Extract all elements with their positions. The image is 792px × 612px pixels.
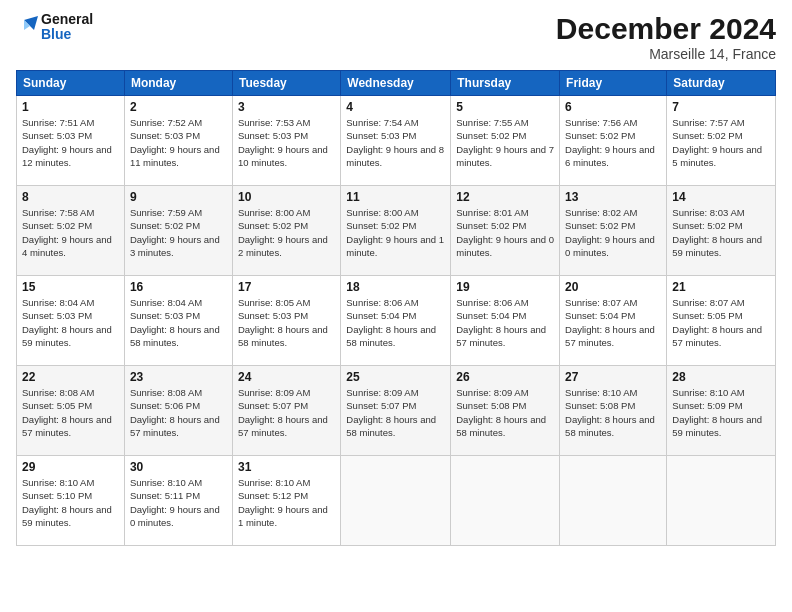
day-number: 15 xyxy=(22,280,119,294)
day-info: Sunrise: 7:56 AMSunset: 5:02 PMDaylight:… xyxy=(565,116,661,169)
day-info: Sunrise: 8:10 AMSunset: 5:12 PMDaylight:… xyxy=(238,476,335,529)
day-number: 21 xyxy=(672,280,770,294)
day-number: 27 xyxy=(565,370,661,384)
month-title: December 2024 xyxy=(556,12,776,46)
calendar-cell: 28Sunrise: 8:10 AMSunset: 5:09 PMDayligh… xyxy=(667,366,776,456)
page: General Blue December 2024 Marseille 14,… xyxy=(0,0,792,612)
calendar-cell: 25Sunrise: 8:09 AMSunset: 5:07 PMDayligh… xyxy=(341,366,451,456)
calendar-cell: 15Sunrise: 8:04 AMSunset: 5:03 PMDayligh… xyxy=(17,276,125,366)
weekday-header-friday: Friday xyxy=(560,71,667,96)
logo-text: General Blue xyxy=(16,12,93,43)
calendar-cell xyxy=(560,456,667,546)
weekday-header-monday: Monday xyxy=(124,71,232,96)
calendar-week-row: 8Sunrise: 7:58 AMSunset: 5:02 PMDaylight… xyxy=(17,186,776,276)
day-number: 22 xyxy=(22,370,119,384)
weekday-header-tuesday: Tuesday xyxy=(232,71,340,96)
day-info: Sunrise: 8:08 AMSunset: 5:05 PMDaylight:… xyxy=(22,386,119,439)
day-number: 25 xyxy=(346,370,445,384)
calendar-cell: 11Sunrise: 8:00 AMSunset: 5:02 PMDayligh… xyxy=(341,186,451,276)
day-info: Sunrise: 8:02 AMSunset: 5:02 PMDaylight:… xyxy=(565,206,661,259)
day-info: Sunrise: 7:55 AMSunset: 5:02 PMDaylight:… xyxy=(456,116,554,169)
day-info: Sunrise: 7:51 AMSunset: 5:03 PMDaylight:… xyxy=(22,116,119,169)
day-number: 23 xyxy=(130,370,227,384)
day-info: Sunrise: 8:00 AMSunset: 5:02 PMDaylight:… xyxy=(346,206,445,259)
day-number: 14 xyxy=(672,190,770,204)
calendar-cell: 23Sunrise: 8:08 AMSunset: 5:06 PMDayligh… xyxy=(124,366,232,456)
day-number: 7 xyxy=(672,100,770,114)
day-number: 8 xyxy=(22,190,119,204)
calendar-cell xyxy=(341,456,451,546)
day-info: Sunrise: 8:04 AMSunset: 5:03 PMDaylight:… xyxy=(22,296,119,349)
calendar-week-row: 29Sunrise: 8:10 AMSunset: 5:10 PMDayligh… xyxy=(17,456,776,546)
header: General Blue December 2024 Marseille 14,… xyxy=(16,12,776,62)
calendar-cell: 19Sunrise: 8:06 AMSunset: 5:04 PMDayligh… xyxy=(451,276,560,366)
day-info: Sunrise: 8:05 AMSunset: 5:03 PMDaylight:… xyxy=(238,296,335,349)
day-number: 24 xyxy=(238,370,335,384)
day-info: Sunrise: 8:09 AMSunset: 5:07 PMDaylight:… xyxy=(238,386,335,439)
day-info: Sunrise: 7:57 AMSunset: 5:02 PMDaylight:… xyxy=(672,116,770,169)
calendar-cell: 10Sunrise: 8:00 AMSunset: 5:02 PMDayligh… xyxy=(232,186,340,276)
day-info: Sunrise: 8:10 AMSunset: 5:08 PMDaylight:… xyxy=(565,386,661,439)
day-number: 26 xyxy=(456,370,554,384)
day-info: Sunrise: 8:04 AMSunset: 5:03 PMDaylight:… xyxy=(130,296,227,349)
day-info: Sunrise: 8:01 AMSunset: 5:02 PMDaylight:… xyxy=(456,206,554,259)
day-number: 29 xyxy=(22,460,119,474)
calendar-cell xyxy=(451,456,560,546)
calendar-cell: 3Sunrise: 7:53 AMSunset: 5:03 PMDaylight… xyxy=(232,96,340,186)
calendar-cell: 29Sunrise: 8:10 AMSunset: 5:10 PMDayligh… xyxy=(17,456,125,546)
calendar-table: SundayMondayTuesdayWednesdayThursdayFrid… xyxy=(16,70,776,546)
calendar-cell: 22Sunrise: 8:08 AMSunset: 5:05 PMDayligh… xyxy=(17,366,125,456)
calendar-cell: 14Sunrise: 8:03 AMSunset: 5:02 PMDayligh… xyxy=(667,186,776,276)
day-info: Sunrise: 8:09 AMSunset: 5:08 PMDaylight:… xyxy=(456,386,554,439)
day-number: 19 xyxy=(456,280,554,294)
calendar-cell: 27Sunrise: 8:10 AMSunset: 5:08 PMDayligh… xyxy=(560,366,667,456)
calendar-cell: 30Sunrise: 8:10 AMSunset: 5:11 PMDayligh… xyxy=(124,456,232,546)
weekday-header-row: SundayMondayTuesdayWednesdayThursdayFrid… xyxy=(17,71,776,96)
day-number: 18 xyxy=(346,280,445,294)
day-number: 10 xyxy=(238,190,335,204)
day-info: Sunrise: 8:03 AMSunset: 5:02 PMDaylight:… xyxy=(672,206,770,259)
day-info: Sunrise: 7:52 AMSunset: 5:03 PMDaylight:… xyxy=(130,116,227,169)
day-number: 9 xyxy=(130,190,227,204)
day-info: Sunrise: 7:54 AMSunset: 5:03 PMDaylight:… xyxy=(346,116,445,169)
day-info: Sunrise: 7:53 AMSunset: 5:03 PMDaylight:… xyxy=(238,116,335,169)
calendar-cell: 18Sunrise: 8:06 AMSunset: 5:04 PMDayligh… xyxy=(341,276,451,366)
day-info: Sunrise: 8:07 AMSunset: 5:04 PMDaylight:… xyxy=(565,296,661,349)
day-number: 11 xyxy=(346,190,445,204)
day-number: 30 xyxy=(130,460,227,474)
calendar-cell: 2Sunrise: 7:52 AMSunset: 5:03 PMDaylight… xyxy=(124,96,232,186)
day-info: Sunrise: 8:10 AMSunset: 5:10 PMDaylight:… xyxy=(22,476,119,529)
day-info: Sunrise: 8:08 AMSunset: 5:06 PMDaylight:… xyxy=(130,386,227,439)
weekday-header-sunday: Sunday xyxy=(17,71,125,96)
day-info: Sunrise: 8:09 AMSunset: 5:07 PMDaylight:… xyxy=(346,386,445,439)
calendar-cell: 13Sunrise: 8:02 AMSunset: 5:02 PMDayligh… xyxy=(560,186,667,276)
day-number: 4 xyxy=(346,100,445,114)
calendar-cell: 4Sunrise: 7:54 AMSunset: 5:03 PMDaylight… xyxy=(341,96,451,186)
day-number: 2 xyxy=(130,100,227,114)
day-number: 12 xyxy=(456,190,554,204)
day-number: 1 xyxy=(22,100,119,114)
calendar-cell: 8Sunrise: 7:58 AMSunset: 5:02 PMDaylight… xyxy=(17,186,125,276)
calendar-week-row: 1Sunrise: 7:51 AMSunset: 5:03 PMDaylight… xyxy=(17,96,776,186)
calendar-week-row: 15Sunrise: 8:04 AMSunset: 5:03 PMDayligh… xyxy=(17,276,776,366)
calendar-cell: 5Sunrise: 7:55 AMSunset: 5:02 PMDaylight… xyxy=(451,96,560,186)
day-info: Sunrise: 7:58 AMSunset: 5:02 PMDaylight:… xyxy=(22,206,119,259)
day-info: Sunrise: 8:10 AMSunset: 5:09 PMDaylight:… xyxy=(672,386,770,439)
calendar-cell: 24Sunrise: 8:09 AMSunset: 5:07 PMDayligh… xyxy=(232,366,340,456)
day-info: Sunrise: 8:06 AMSunset: 5:04 PMDaylight:… xyxy=(346,296,445,349)
day-info: Sunrise: 8:10 AMSunset: 5:11 PMDaylight:… xyxy=(130,476,227,529)
logo: General Blue xyxy=(16,12,93,43)
calendar-cell: 21Sunrise: 8:07 AMSunset: 5:05 PMDayligh… xyxy=(667,276,776,366)
day-number: 28 xyxy=(672,370,770,384)
day-number: 3 xyxy=(238,100,335,114)
calendar-cell: 26Sunrise: 8:09 AMSunset: 5:08 PMDayligh… xyxy=(451,366,560,456)
day-info: Sunrise: 7:59 AMSunset: 5:02 PMDaylight:… xyxy=(130,206,227,259)
calendar-cell: 17Sunrise: 8:05 AMSunset: 5:03 PMDayligh… xyxy=(232,276,340,366)
day-info: Sunrise: 8:00 AMSunset: 5:02 PMDaylight:… xyxy=(238,206,335,259)
calendar-cell: 20Sunrise: 8:07 AMSunset: 5:04 PMDayligh… xyxy=(560,276,667,366)
logo-general: General xyxy=(41,12,93,27)
day-number: 31 xyxy=(238,460,335,474)
weekday-header-saturday: Saturday xyxy=(667,71,776,96)
weekday-header-wednesday: Wednesday xyxy=(341,71,451,96)
calendar-cell xyxy=(667,456,776,546)
